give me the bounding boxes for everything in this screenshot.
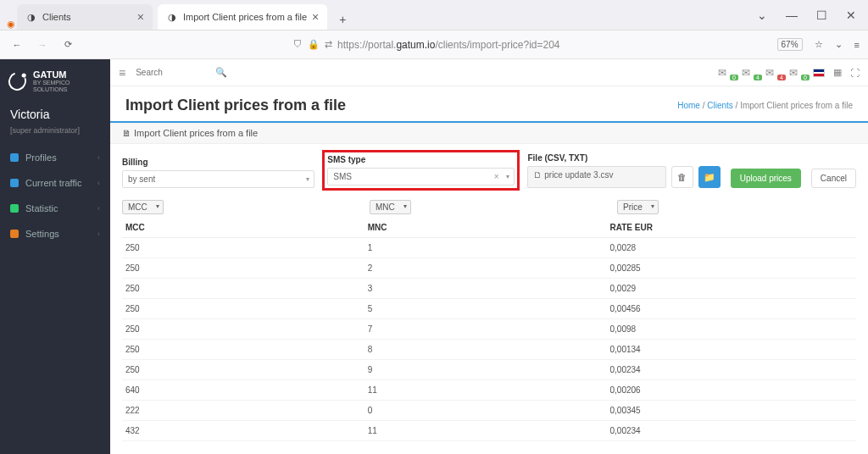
sidebar: GATUMBY SEMPICO SOLUTIONS Victoria [supe… [0,59,110,454]
site-icon: ◑ [25,11,37,23]
crumb-home[interactable]: Home [677,101,700,110]
main-content: ≡ 🔍 ✉0✉4✉4✉0 ▦ ⛶ Import Client prices fr… [110,59,868,454]
zoom-level[interactable]: 67% [777,38,803,51]
site-icon: ◑ [166,11,178,23]
upload-button[interactable]: Upload prices [731,169,801,188]
chevron-down-icon[interactable]: ⌄ [757,8,767,22]
file-field: 🗋 price update 3.csv [527,166,665,188]
tab-clients[interactable]: ◑ Clients × [17,4,153,30]
close-icon[interactable]: × [137,10,144,24]
billing-select[interactable]: by sent ▾ [122,170,314,188]
firefox-icon: ◉ [5,18,17,30]
logo: GATUMBY SEMPICO SOLUTIONS [0,59,110,102]
minimize-icon[interactable]: — [786,8,798,22]
close-icon[interactable]: × [312,10,319,24]
table-row: 25090,00234 [122,360,856,380]
table-row: 25030,0029 [122,279,856,299]
clear-icon[interactable]: × [494,172,499,181]
chevron-left-icon: ‹ [97,230,100,238]
chevron-down-icon: ▾ [506,173,509,180]
col-mnc: MNC [364,218,607,238]
browse-file-button[interactable]: 📁 [698,166,721,188]
user-icon: ✉ [765,67,774,79]
table-row: 25020,00285 [122,258,856,279]
table-row: 640110,00206 [122,380,856,401]
breadcrumb: Home / Clients / Import Client prices fr… [677,101,853,110]
forward-icon: → [34,40,51,50]
table-row: 25010,0028 [122,238,856,258]
close-window-icon[interactable]: ✕ [846,8,856,22]
user-role: [super administrator] [0,126,110,145]
delete-file-button[interactable]: 🗑 [671,166,693,188]
sidebar-item-label: Settings [25,229,59,239]
price-filter[interactable]: Price [617,200,659,214]
price-table: MCC MNC RATE EUR 25010,002825020,0028525… [122,218,856,441]
crumb-current: Import Client prices from a file [740,101,853,110]
col-rate: RATE EUR [607,218,856,238]
bell-icon: ✉ [789,67,798,79]
file-label: File (CSV, TXT) [527,153,720,163]
search-input[interactable] [134,64,227,81]
logo-icon [5,69,29,93]
chevron-left-icon: ‹ [97,153,100,162]
mcc-filter[interactable]: MCC [122,200,164,214]
page-title: Import Client prices from a file [125,97,346,114]
chat-icon: ✉ [742,67,750,79]
notif-2[interactable]: ✉4 [765,67,781,79]
sidebar-item-statistic[interactable]: Statistic‹ [0,196,110,221]
chat-icon: ✉ [718,67,726,79]
notif-1[interactable]: ✉4 [742,67,757,79]
table-row: 25080,00134 [122,340,856,360]
fullscreen-icon[interactable]: ⛶ [850,68,860,78]
pocket-icon[interactable]: ⌄ [835,39,843,50]
chart-icon [10,204,19,213]
import-icon: 🗎 [122,128,131,138]
chevron-down-icon: ▾ [306,175,309,183]
table-row: 25070,0098 [122,319,856,340]
tab-label: Clients [42,12,71,22]
user-name: Victoria [0,102,110,126]
reload-icon[interactable]: ⟳ [59,39,76,50]
apps-icon[interactable]: ▦ [833,67,842,78]
shield-icon[interactable]: ⛉ [293,39,303,50]
notif-3[interactable]: ✉0 [789,67,804,79]
traffic-icon [10,179,19,187]
flag-icon[interactable] [813,69,825,77]
maximize-icon[interactable]: ☐ [816,8,827,22]
link-icon [10,153,19,162]
smstype-label: SMS type [327,155,515,164]
sidebar-item-profiles[interactable]: Profiles‹ [0,145,110,170]
smstype-select[interactable]: SMS × ▾ [327,168,515,185]
cancel-button[interactable]: Cancel [811,169,856,188]
crumb-clients[interactable]: Clients [707,101,733,110]
highlight-annotation: SMS type SMS × ▾ [322,150,520,191]
browser-nav-bar: ← → ⟳ ⛉ 🔒 ⇄ https://portal.gatum.io/clie… [0,30,868,59]
bookmark-icon[interactable]: ☆ [815,39,823,50]
notif-0[interactable]: ✉0 [718,67,733,79]
mnc-filter[interactable]: MNC [370,200,411,214]
col-mcc: MCC [122,218,364,238]
topbar: ≡ 🔍 ✉0✉4✉4✉0 ▦ ⛶ [110,59,868,86]
sidebar-item-label: Statistic [25,203,58,213]
chevron-left-icon: ‹ [97,179,100,187]
table-row: 22200,00345 [122,401,856,421]
back-icon[interactable]: ← [8,40,25,50]
permissions-icon[interactable]: ⇄ [325,39,332,50]
panel-title: 🗎 Import Client prices from a file [110,123,868,144]
file-icon: 🗋 [533,170,542,180]
url-bar[interactable]: https://portal.gatum.io/clients/import-p… [337,39,559,51]
hamburger-icon[interactable]: ≡ [119,66,125,80]
search-icon[interactable]: 🔍 [215,67,227,78]
table-row: 25050,00456 [122,299,856,319]
billing-label: Billing [122,158,314,167]
table-row: 432110,00234 [122,421,856,441]
chevron-left-icon: ‹ [97,204,100,213]
sidebar-item-settings[interactable]: Settings‹ [0,221,110,246]
tab-import-prices[interactable]: ◑ Import Client prices from a file × [158,4,327,30]
menu-icon[interactable]: ≡ [854,40,860,50]
new-tab-button[interactable]: + [332,9,353,30]
sidebar-item-current-traffic[interactable]: Current traffic‹ [0,170,110,196]
lock-icon[interactable]: 🔒 [308,39,320,50]
tab-label: Import Client prices from a file [183,12,307,22]
gear-icon [10,230,19,238]
